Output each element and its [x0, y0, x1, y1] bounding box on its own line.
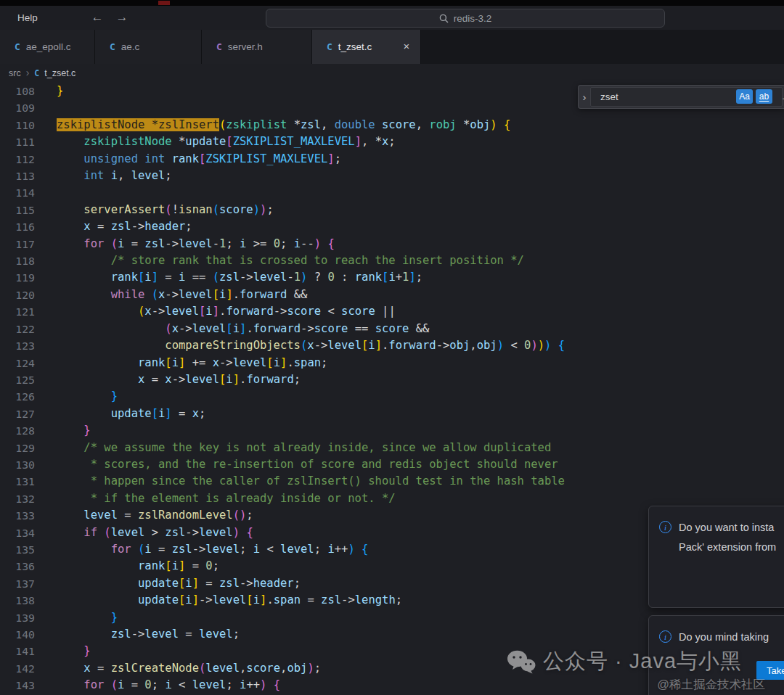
code-token: .: [233, 288, 240, 301]
code-line[interactable]: 120 while (x->level[i].forward &&: [0, 287, 784, 303]
code-line[interactable]: 110zskiplistNode *zslInsert(zskiplist *z…: [0, 117, 784, 133]
breadcrumb-folder[interactable]: src: [9, 68, 21, 78]
code-line[interactable]: 121 (x->level[i].forward->score < score …: [0, 303, 784, 320]
line-number[interactable]: 129: [0, 440, 35, 456]
line-number[interactable]: 121: [0, 303, 35, 320]
line-number[interactable]: 134: [0, 525, 35, 541]
line-number[interactable]: 135: [0, 541, 35, 558]
breadcrumb-file[interactable]: t_zset.c: [44, 68, 75, 78]
line-number[interactable]: 143: [0, 677, 35, 694]
code-token: ]: [179, 559, 185, 572]
code-token: length: [355, 593, 396, 606]
code-line[interactable]: 116 x = zsl->header;: [0, 218, 784, 235]
code-line[interactable]: 115 serverAssert(!isnan(score));: [0, 202, 784, 218]
forward-icon[interactable]: →: [113, 6, 131, 28]
code-token: *: [172, 135, 186, 148]
line-number[interactable]: 140: [0, 626, 35, 643]
line-number[interactable]: 122: [0, 321, 35, 337]
toggle-replace-icon[interactable]: ›: [579, 91, 590, 103]
code-token: [57, 407, 111, 420]
code-token: zsl: [165, 526, 185, 539]
code-token: level: [144, 628, 179, 641]
code-token: {: [362, 543, 368, 556]
code-line[interactable]: 119 rank[i] = i == (zsl->level-1) ? 0 : …: [0, 269, 784, 286]
code-token: [: [199, 152, 205, 165]
code-token: ;: [294, 577, 301, 590]
menu-help[interactable]: Help: [13, 6, 42, 30]
code-line[interactable]: 129 /* we assume the key is not already …: [0, 440, 784, 456]
line-number[interactable]: 133: [0, 507, 35, 524]
code-line[interactable]: 114: [0, 184, 784, 201]
code-line[interactable]: 111 zskiplistNode *update[ZSKIPLIST_MAXL…: [0, 133, 784, 150]
line-number[interactable]: 120: [0, 287, 35, 303]
code-line[interactable]: 113 int i, level;: [0, 168, 784, 184]
code-line[interactable]: 124 rank[i] += x->level[i].span;: [0, 355, 784, 371]
code-text: zskiplistNode *zslInsert(zskiplist *zsl,…: [57, 117, 510, 133]
line-number[interactable]: 128: [0, 422, 35, 439]
code-token: ==: [348, 322, 375, 335]
tab-t-zset-c-active[interactable]: C t_zset.c ×: [312, 30, 421, 64]
line-number[interactable]: 116: [0, 218, 35, 235]
code-line[interactable]: 122 (x->level[i].forward->score == score…: [0, 321, 784, 337]
line-number[interactable]: 132: [0, 490, 35, 507]
match-case-button[interactable]: Aa: [736, 89, 753, 104]
c-file-icon: C: [110, 41, 115, 52]
command-center-search[interactable]: redis-3.2: [266, 9, 665, 28]
code-token: {: [274, 678, 280, 691]
line-number[interactable]: 139: [0, 609, 35, 626]
code-token: ->: [314, 339, 328, 352]
line-number[interactable]: 109: [0, 99, 35, 116]
line-number[interactable]: 108: [0, 83, 35, 99]
regex-button[interactable]: .*: [777, 89, 784, 104]
tab-server-h[interactable]: C server.h: [202, 30, 312, 64]
line-number[interactable]: 111: [0, 133, 35, 150]
code-line[interactable]: 117 for (i = zsl->level-1; i >= 0; i--) …: [0, 236, 784, 252]
line-number[interactable]: 125: [0, 371, 35, 388]
line-number[interactable]: 141: [0, 643, 35, 659]
line-number[interactable]: 142: [0, 660, 35, 677]
code-line[interactable]: 132 * if the element is already inside o…: [0, 490, 784, 507]
line-number[interactable]: 115: [0, 202, 35, 218]
line-number[interactable]: 119: [0, 269, 35, 286]
line-number[interactable]: 138: [0, 592, 35, 609]
tab-ae-epoll-c[interactable]: C ae_epoll.c: [0, 30, 95, 64]
line-number[interactable]: 110: [0, 117, 35, 133]
code-token: ]: [192, 593, 199, 606]
line-number[interactable]: 113: [0, 168, 35, 184]
code-line[interactable]: 131 * happen since the caller of zslInse…: [0, 473, 784, 490]
line-number[interactable]: 130: [0, 456, 35, 473]
code-token: ->: [341, 593, 355, 606]
code-line[interactable]: 123 compareStringObjects(x->level[i].for…: [0, 337, 784, 354]
code-text: serverAssert(!isnan(score));: [57, 202, 274, 218]
code-token: [57, 135, 83, 148]
close-tab-icon[interactable]: ×: [399, 39, 414, 54]
line-number[interactable]: 126: [0, 388, 35, 405]
find-input[interactable]: zset Aa ab .*: [590, 87, 783, 107]
code-line[interactable]: 112 unsigned int rank[ZSKIPLIST_MAXLEVEL…: [0, 151, 784, 168]
code-line[interactable]: 130 * scores, and the re-insertion of sc…: [0, 456, 784, 473]
line-number[interactable]: 124: [0, 355, 35, 371]
code-token: &&: [287, 288, 307, 301]
line-number[interactable]: 123: [0, 337, 35, 354]
code-token: i: [388, 271, 395, 284]
back-icon[interactable]: ←: [89, 6, 106, 28]
line-number[interactable]: 127: [0, 406, 35, 422]
line-number[interactable]: 117: [0, 236, 35, 252]
tab-ae-c[interactable]: C ae.c: [95, 30, 202, 64]
line-number[interactable]: 112: [0, 151, 35, 168]
line-number[interactable]: 118: [0, 252, 35, 269]
whole-word-button[interactable]: ab: [756, 89, 772, 104]
code-token: [: [362, 339, 368, 352]
line-number[interactable]: 137: [0, 575, 35, 592]
code-token: x: [144, 305, 151, 318]
code-line[interactable]: 128 }: [0, 422, 784, 439]
code-line[interactable]: 118 /* store rank that is crossed to rea…: [0, 252, 784, 269]
take-survey-button[interactable]: Take S: [756, 661, 784, 680]
line-number[interactable]: 131: [0, 473, 35, 490]
line-number[interactable]: 114: [0, 184, 35, 201]
code-line[interactable]: 126 }: [0, 388, 784, 405]
code-line[interactable]: 127 update[i] = x;: [0, 406, 784, 422]
code-line[interactable]: 125 x = x->level[i].forward;: [0, 371, 784, 388]
code-token: i: [118, 678, 124, 691]
line-number[interactable]: 136: [0, 558, 35, 575]
